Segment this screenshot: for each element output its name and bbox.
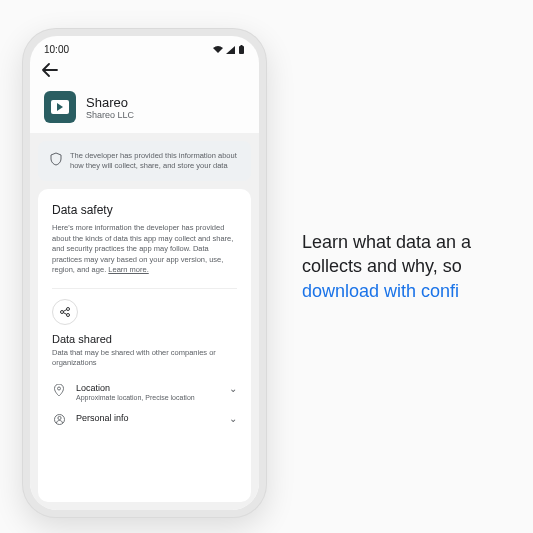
shield-icon bbox=[50, 152, 62, 170]
content-area: The developer has provided this informat… bbox=[30, 133, 259, 510]
battery-icon bbox=[238, 45, 245, 54]
app-icon bbox=[44, 91, 76, 123]
divider bbox=[52, 288, 237, 289]
app-header: Shareo Shareo LLC bbox=[30, 89, 259, 133]
svg-rect-1 bbox=[241, 45, 243, 47]
data-safety-card: Data safety Here's more information the … bbox=[38, 189, 251, 502]
share-icon bbox=[59, 306, 71, 318]
phone-frame: 10:00 Shareo Shareo LLC bbox=[22, 28, 267, 518]
share-icon-circle bbox=[52, 299, 78, 325]
svg-point-7 bbox=[58, 387, 61, 390]
svg-point-9 bbox=[57, 417, 60, 420]
data-shared-title: Data shared bbox=[52, 333, 237, 345]
row-label: Personal info bbox=[76, 413, 219, 423]
row-label: Location bbox=[76, 383, 219, 393]
svg-point-2 bbox=[61, 310, 64, 313]
location-icon bbox=[52, 384, 66, 396]
data-row-location[interactable]: Location Approximate location, Precise l… bbox=[52, 379, 237, 409]
person-icon bbox=[52, 414, 66, 425]
top-bar bbox=[30, 57, 259, 89]
row-detail: Approximate location, Precise location bbox=[76, 394, 219, 401]
data-row-personal[interactable]: Personal info ⌄ bbox=[52, 409, 237, 433]
svg-point-4 bbox=[67, 313, 70, 316]
chevron-down-icon: ⌄ bbox=[229, 383, 237, 394]
back-button[interactable] bbox=[42, 63, 58, 81]
status-bar: 10:00 bbox=[30, 36, 259, 57]
status-time: 10:00 bbox=[44, 44, 69, 55]
status-icons bbox=[213, 45, 245, 54]
data-safety-title: Data safety bbox=[52, 203, 237, 217]
app-name: Shareo bbox=[86, 95, 134, 110]
chevron-down-icon: ⌄ bbox=[229, 413, 237, 424]
developer-notice: The developer has provided this informat… bbox=[38, 141, 251, 181]
svg-rect-0 bbox=[239, 46, 244, 54]
promo-text: Learn what data an a collects and why, s… bbox=[302, 230, 532, 303]
signal-icon bbox=[226, 46, 235, 54]
back-arrow-icon bbox=[42, 63, 58, 77]
data-safety-description: Here's more information the developer ha… bbox=[52, 223, 237, 276]
app-publisher: Shareo LLC bbox=[86, 110, 134, 120]
wifi-icon bbox=[213, 46, 223, 54]
svg-line-5 bbox=[63, 309, 66, 311]
learn-more-link[interactable]: Learn more. bbox=[108, 265, 148, 274]
data-shared-subtitle: Data that may be shared with other compa… bbox=[52, 348, 237, 368]
svg-line-6 bbox=[63, 312, 66, 314]
svg-point-3 bbox=[67, 307, 70, 310]
phone-screen: 10:00 Shareo Shareo LLC bbox=[30, 36, 259, 510]
notice-text: The developer has provided this informat… bbox=[70, 151, 239, 171]
